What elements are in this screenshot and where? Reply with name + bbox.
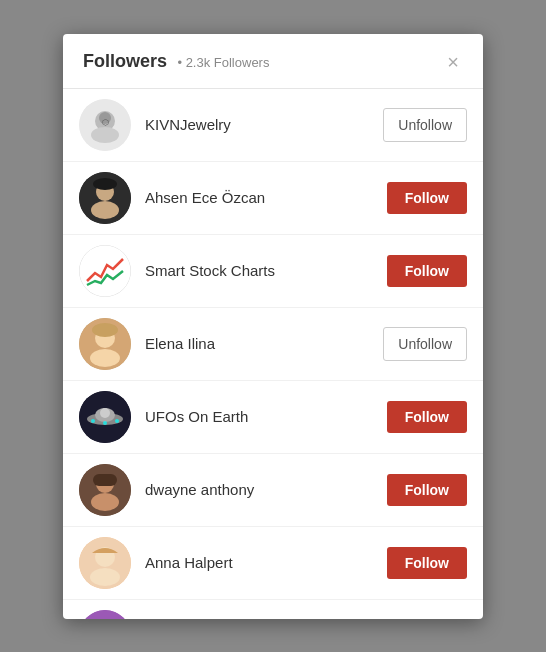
svg-point-28: [79, 610, 131, 619]
followers-list: ⬡ KIVNJewelryUnfollow Ahsen Ece ÖzcanFol…: [63, 89, 483, 619]
close-button[interactable]: ×: [443, 50, 463, 74]
follower-name: Smart Stock Charts: [145, 262, 387, 279]
follow-button[interactable]: Follow: [387, 182, 467, 214]
follower-name: KIVNJewelry: [145, 116, 383, 133]
follower-row: Anna HalpertFollow: [63, 527, 483, 600]
svg-point-20: [103, 421, 107, 425]
svg-point-23: [91, 493, 119, 511]
follower-name: UFOs On Earth: [145, 408, 387, 425]
follow-button[interactable]: Follow: [387, 547, 467, 579]
unfollow-button[interactable]: Unfollow: [383, 108, 467, 142]
follower-row: UFOs On EarthFollow: [63, 381, 483, 454]
modal-header: Followers • 2.3k Followers ×: [63, 34, 483, 89]
follower-row: ⬡ KIVNJewelryUnfollow: [63, 89, 483, 162]
avatar: [79, 172, 131, 224]
follow-button[interactable]: Follow: [387, 255, 467, 287]
avatar: [79, 464, 131, 516]
follower-row: dwayne anthonyFollow: [63, 454, 483, 527]
svg-point-19: [115, 419, 119, 423]
follower-row: Ahsen Ece ÖzcanFollow: [63, 162, 483, 235]
svg-point-18: [91, 419, 95, 423]
follower-name: Ahsen Ece Özcan: [145, 189, 387, 206]
follower-name: Anna Halpert: [145, 554, 387, 571]
avatar: [79, 537, 131, 589]
svg-point-27: [90, 568, 120, 586]
svg-point-17: [100, 408, 110, 418]
follower-name: dwayne anthony: [145, 481, 387, 498]
avatar: [79, 391, 131, 443]
modal-title: Followers: [83, 51, 167, 71]
svg-text:⬡: ⬡: [102, 118, 109, 127]
follower-row: Elena IlinaUnfollow: [63, 308, 483, 381]
modal-title-area: Followers • 2.3k Followers: [83, 51, 269, 72]
follower-row: Smart Stock ChartsFollow: [63, 235, 483, 308]
followers-modal: Followers • 2.3k Followers × ⬡ KIVNJewel…: [63, 34, 483, 619]
svg-point-12: [90, 349, 120, 367]
avatar: [79, 318, 131, 370]
svg-rect-24: [93, 474, 117, 486]
unfollow-button[interactable]: Unfollow: [383, 327, 467, 361]
svg-point-3: [91, 127, 119, 143]
svg-point-7: [91, 201, 119, 219]
avatar: [79, 610, 131, 619]
avatar: ⬡: [79, 99, 131, 151]
follow-button[interactable]: Follow: [387, 474, 467, 506]
follow-button[interactable]: Follow: [387, 401, 467, 433]
modal-subtitle: • 2.3k Followers: [177, 55, 269, 70]
svg-point-8: [93, 178, 117, 190]
follower-name: Elena Ilina: [145, 335, 383, 352]
avatar: [79, 245, 131, 297]
svg-point-13: [92, 323, 118, 337]
follower-row: Elizabeth ParkerUnfollow: [63, 600, 483, 619]
